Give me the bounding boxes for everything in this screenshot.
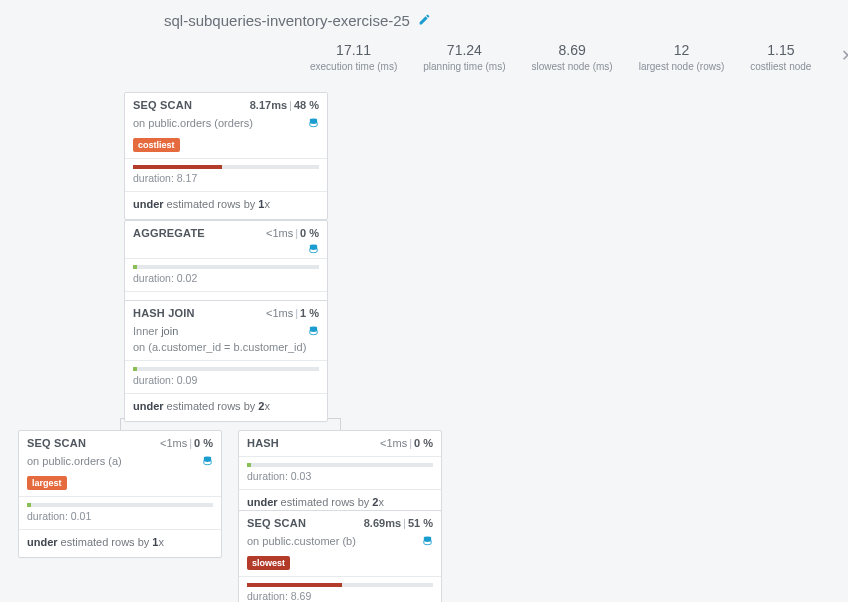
duration-label: duration: 8.69 (239, 589, 441, 602)
duration-bar (239, 577, 441, 589)
plan-node-seq-scan-orders[interactable]: SEQ SCAN 8.17ms|48 % on public.orders (o… (124, 92, 328, 220)
metric-slowest-node: 8.69 slowest node (ms) (532, 40, 613, 75)
node-timing: 8.69ms|51 % (364, 516, 433, 532)
badge-largest: largest (27, 476, 67, 490)
metric-costliest-node: 1.15 costliest node (750, 40, 811, 75)
node-type: SEQ SCAN (27, 436, 86, 452)
node-type: AGGREGATE (133, 226, 205, 242)
duration-label: duration: 0.09 (125, 373, 327, 393)
plan-node-seq-scan-customer[interactable]: SEQ SCAN 8.69ms|51 % on public.customer … (238, 510, 442, 602)
database-icon (308, 243, 319, 260)
row-estimate: under estimated rows by 2x (125, 394, 327, 421)
database-icon (308, 117, 319, 134)
node-timing: 8.17ms|48 % (250, 98, 319, 114)
badge-slowest: slowest (247, 556, 290, 570)
summary-metrics: 17.11 execution time (ms) 71.24 planning… (310, 40, 848, 75)
row-estimate: under estimated rows by 1x (125, 192, 327, 219)
duration-label: duration: 8.17 (125, 171, 327, 191)
database-icon (202, 455, 213, 472)
node-type: SEQ SCAN (133, 98, 192, 114)
metric-largest-node: 12 largest node (rows) (639, 40, 725, 75)
badge-costliest: costliest (133, 138, 180, 152)
duration-bar (19, 497, 221, 509)
node-timing: <1ms|1 % (266, 306, 319, 322)
node-join-info: Inner join on (a.customer_id = b.custome… (125, 324, 327, 360)
metric-execution-time: 17.11 execution time (ms) (310, 40, 397, 75)
node-timing: <1ms|0 % (266, 226, 319, 242)
node-type: HASH JOIN (133, 306, 195, 322)
plan-node-hash[interactable]: HASH <1ms|0 % duration: 0.03 under estim… (238, 430, 442, 518)
duration-label: duration: 0.03 (239, 469, 441, 489)
duration-bar (125, 259, 327, 271)
duration-label: duration: 0.01 (19, 509, 221, 529)
plan-title-row: sql-subqueries-inventory-exercise-25 (164, 10, 431, 32)
node-type: HASH (247, 436, 279, 452)
metric-planning-time: 71.24 planning time (ms) (423, 40, 505, 75)
duration-bar (125, 159, 327, 171)
node-timing: <1ms|0 % (380, 436, 433, 452)
duration-label: duration: 0.02 (125, 271, 327, 291)
duration-bar (239, 457, 441, 469)
connector (120, 418, 121, 430)
plan-node-seq-scan-a[interactable]: SEQ SCAN <1ms|0 % on public.orders (a) l… (18, 430, 222, 558)
plan-title: sql-subqueries-inventory-exercise-25 (164, 10, 410, 32)
duration-bar (125, 361, 327, 373)
database-icon (308, 325, 319, 342)
plan-node-hash-join[interactable]: HASH JOIN <1ms|1 % Inner join on (a.cust… (124, 300, 328, 422)
node-relation: on public.orders (orders) (125, 116, 327, 136)
close-icon[interactable]: ✕ (841, 44, 848, 67)
node-timing: <1ms|0 % (160, 436, 213, 452)
database-icon (422, 535, 433, 552)
node-type: SEQ SCAN (247, 516, 306, 532)
row-estimate: under estimated rows by 1x (19, 530, 221, 557)
node-relation: on public.orders (a) (19, 454, 221, 474)
edit-title-icon[interactable] (418, 10, 431, 32)
connector (340, 418, 341, 430)
node-relation: on public.customer (b) (239, 534, 441, 554)
